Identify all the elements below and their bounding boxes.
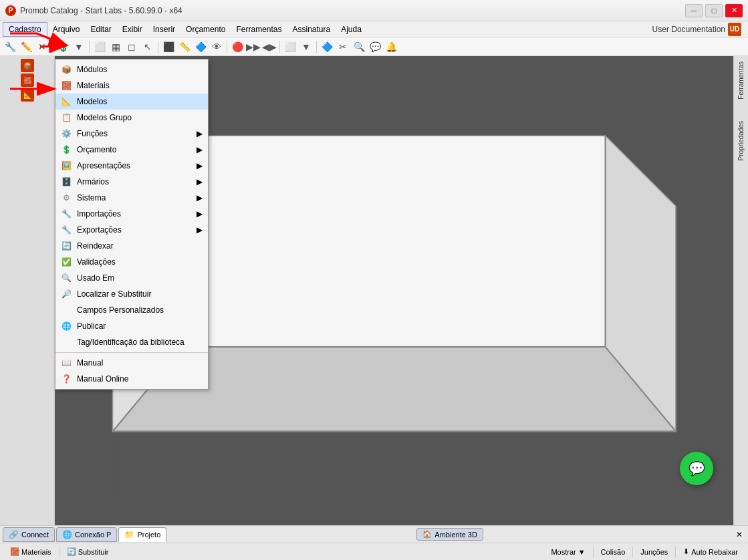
right-tab-ferramentas[interactable]: Ferramentas bbox=[736, 59, 746, 102]
toolbar-btn-dollar[interactable]: 💲 bbox=[55, 39, 70, 54]
dropdown-publicar[interactable]: 🌐 Publicar bbox=[55, 318, 208, 334]
toolbar-btn-close[interactable]: ✕ bbox=[35, 39, 49, 54]
toolbar-btn-12[interactable]: ▶▶ bbox=[246, 39, 261, 54]
right-tab-propriedades[interactable]: Propriedades bbox=[736, 118, 746, 163]
toolbar-btn-arrow[interactable]: ↖ bbox=[140, 39, 155, 54]
dropdown-materiais[interactable]: 🧱 Materiais bbox=[55, 78, 208, 94]
dropdown-orcamento[interactable]: 💲 Orçamento ▶ bbox=[55, 142, 208, 158]
status-colisao[interactable]: Colisão bbox=[596, 547, 630, 557]
status-mostrar[interactable]: Mostrar ▼ bbox=[546, 547, 590, 557]
status-substituir[interactable]: 🔄 Substituir bbox=[62, 546, 114, 557]
funcoes-arrow: ▶ bbox=[197, 129, 203, 138]
tab-conexao[interactable]: 🌐 Conexão P bbox=[56, 527, 117, 542]
toolbar-btn-8[interactable]: ⬛ bbox=[161, 39, 176, 54]
toolbar-sep-5 bbox=[279, 41, 280, 53]
menu-arquivo[interactable]: Arquivo bbox=[47, 22, 86, 37]
status-sep-1 bbox=[59, 547, 59, 557]
ambiente-label: Ambiente 3D bbox=[434, 531, 477, 539]
armarios-label: Armários bbox=[77, 177, 191, 186]
status-auto-rebaixar[interactable]: ⬇ Auto Rebaixar bbox=[678, 546, 743, 557]
sistema-icon: ⚙ bbox=[61, 192, 72, 203]
bottom-tabs-bar: 🔗 Connect 🌐 Conexão P 📁 Projeto 🏠 Ambien… bbox=[0, 525, 748, 543]
dropdown-sistema[interactable]: ⚙ Sistema ▶ bbox=[55, 190, 208, 206]
menu-orcamento[interactable]: Orçamento bbox=[180, 22, 231, 37]
toolbar-btn-10[interactable]: 🔷 bbox=[193, 39, 208, 54]
menu-exibir[interactable]: Exibir bbox=[117, 22, 148, 37]
toolbar-btn-11[interactable]: 🔴 bbox=[230, 39, 245, 54]
materiais-icon: 🧱 bbox=[10, 547, 19, 556]
tab-connect[interactable]: 🔗 Connect bbox=[3, 527, 55, 542]
dropdown-modelos-grupo[interactable]: 📋 Modelos Grupo bbox=[55, 110, 208, 126]
orcamento-icon: 💲 bbox=[61, 144, 72, 155]
substituir-icon: 🔄 bbox=[67, 547, 76, 556]
menu-assinatura[interactable]: Assinatura bbox=[287, 22, 336, 37]
reindexar-label: Reindexar bbox=[77, 241, 203, 251]
manual-label: Manual bbox=[77, 358, 203, 368]
tag-label: Tag/Identificação da biblioteca bbox=[77, 337, 203, 347]
chat-bubble[interactable]: 💬 bbox=[680, 452, 713, 485]
tab-projeto[interactable]: 📁 Projeto bbox=[118, 527, 166, 542]
rebaixar-label: Auto Rebaixar bbox=[691, 548, 738, 556]
menu-inserir[interactable]: Inserir bbox=[148, 22, 180, 37]
toolbar-btn-19[interactable]: 💬 bbox=[368, 39, 382, 54]
menu-editar[interactable]: Editar bbox=[85, 22, 116, 37]
dropdown-funcoes[interactable]: ⚙️ Funções ▶ bbox=[55, 126, 208, 142]
close-button[interactable]: ✕ bbox=[725, 4, 743, 17]
dropdown-apresentacoes[interactable]: 🖼️ Apresentações ▶ bbox=[55, 158, 208, 174]
dropdown-modulos[interactable]: 📦 Módulos bbox=[55, 61, 208, 78]
colisao-label: Colisão bbox=[601, 548, 626, 556]
toolbar-btn-14[interactable]: ⬜ bbox=[283, 39, 297, 54]
toolbar-btn-9[interactable]: 📏 bbox=[177, 39, 192, 54]
toolbar-btn-6[interactable]: ▦ bbox=[108, 39, 123, 54]
dropdown-armarios[interactable]: 🗄️ Armários ▶ bbox=[55, 174, 208, 190]
validacoes-icon: ✅ bbox=[61, 257, 72, 267]
toolbar-btn-4[interactable]: ▼ bbox=[72, 39, 86, 54]
exportacoes-label: Exportações bbox=[77, 225, 191, 235]
toolbar-btn-16[interactable]: 🔷 bbox=[320, 39, 334, 54]
importacoes-arrow: ▶ bbox=[197, 209, 203, 219]
menu-ajuda[interactable]: Ajuda bbox=[336, 22, 367, 37]
dropdown-tag[interactable]: Tag/Identificação da biblioteca bbox=[55, 334, 208, 350]
sidebar-icon-modelos[interactable]: 📐 bbox=[21, 88, 34, 102]
toolbar-btn-18[interactable]: 🔍 bbox=[352, 39, 366, 54]
dropdown-modelos[interactable]: 📐 Modelos bbox=[55, 94, 208, 110]
dropdown-reindexar[interactable]: 🔄 Reindexar bbox=[55, 238, 208, 254]
toolbar-btn-13[interactable]: ◀▶ bbox=[262, 39, 277, 54]
status-juncoes[interactable]: Junções bbox=[636, 547, 672, 557]
modelos-label: Modelos bbox=[77, 97, 203, 106]
maximize-button[interactable]: □ bbox=[705, 4, 723, 17]
dropdown-localizar[interactable]: 🔎 Localizar e Substituir bbox=[55, 286, 208, 302]
menu-cadastro[interactable]: Cadastro bbox=[3, 22, 47, 37]
localizar-icon: 🔎 bbox=[61, 289, 72, 299]
status-sep-3 bbox=[632, 547, 633, 557]
dropdown-validacoes[interactable]: ✅ Validações bbox=[55, 254, 208, 270]
toolbar-btn-15[interactable]: ▼ bbox=[299, 39, 314, 54]
toolbar-btn-eye[interactable]: 👁 bbox=[209, 39, 224, 54]
sidebar-icon-1[interactable]: 📦 bbox=[21, 59, 34, 72]
user-documentation-button[interactable]: User Documentation UD bbox=[648, 21, 745, 37]
toolbar-btn-1[interactable]: 🔧 bbox=[3, 39, 17, 54]
toolbar-btn-5[interactable]: ⬜ bbox=[92, 39, 107, 54]
ambiente-3d-button[interactable]: 🏠 Ambiente 3D bbox=[416, 528, 483, 541]
dropdown-manual-online[interactable]: ❓ Manual Online bbox=[55, 371, 208, 387]
dropdown-manual[interactable]: 📖 Manual bbox=[55, 355, 208, 371]
dropdown-importacoes[interactable]: 🔧 Importações ▶ bbox=[55, 206, 208, 222]
menu-ferramentas[interactable]: Ferramentas bbox=[231, 22, 287, 37]
toolbar-btn-20[interactable]: 🔔 bbox=[384, 39, 398, 54]
app-icon: P bbox=[5, 5, 16, 16]
dropdown-exportacoes[interactable]: 🔧 Exportações ▶ bbox=[55, 222, 208, 238]
sidebar-icon-2[interactable]: 🧱 bbox=[21, 74, 34, 87]
minimize-button[interactable]: ─ bbox=[685, 4, 703, 17]
toolbar-btn-2[interactable]: ✏️ bbox=[19, 39, 33, 54]
status-materiais[interactable]: 🧱 Materiais bbox=[5, 546, 56, 557]
dropdown-campos[interactable]: Campos Personalizados bbox=[55, 302, 208, 318]
chat-icon: 💬 bbox=[689, 460, 705, 476]
toolbar-btn-17[interactable]: ✂ bbox=[336, 39, 350, 54]
usado-em-label: Usado Em bbox=[77, 273, 203, 283]
exportacoes-icon: 🔧 bbox=[61, 225, 72, 235]
dropdown-usado-em[interactable]: 🔍 Usado Em bbox=[55, 270, 208, 286]
close-tab-btn[interactable]: ✕ bbox=[733, 530, 745, 539]
toolbar-btn-7[interactable]: ◻ bbox=[124, 39, 139, 54]
orcamento-arrow: ▶ bbox=[197, 145, 203, 154]
orcamento-label: Orçamento bbox=[77, 145, 191, 154]
